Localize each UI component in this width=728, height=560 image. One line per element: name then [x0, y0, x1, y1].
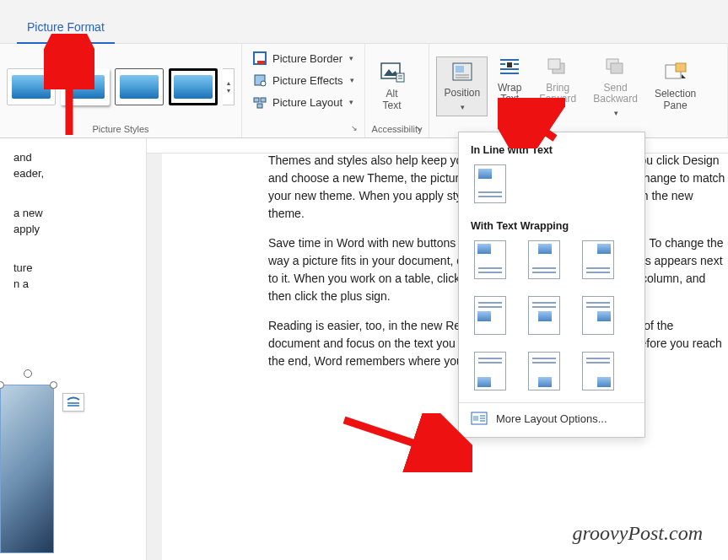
- layout-options-icon: [66, 396, 81, 408]
- svg-rect-23: [548, 59, 560, 69]
- alt-text-icon: [380, 62, 405, 83]
- position-option-bottom-left[interactable]: [474, 352, 506, 390]
- layout-options-badge[interactable]: [62, 393, 84, 412]
- svg-rect-27: [676, 63, 686, 72]
- rotation-handle[interactable]: [24, 369, 32, 378]
- svg-rect-13: [456, 66, 464, 73]
- position-option-top-right[interactable]: [582, 240, 614, 279]
- ribbon-group-picture-effects: Picture Border▾ Picture Effects▾ Picture…: [242, 44, 365, 137]
- paint-border-icon: [252, 51, 267, 66]
- position-option-bottom-right[interactable]: [582, 352, 614, 390]
- svg-rect-32: [473, 416, 478, 421]
- more-layout-options[interactable]: More Layout Options...: [459, 402, 644, 433]
- chevron-down-icon: ▾: [350, 76, 354, 84]
- send-backward-icon: [603, 56, 628, 78]
- position-icon: [450, 61, 475, 83]
- bring-forward-button[interactable]: Bring Forward ▾: [531, 51, 584, 122]
- tab-picture-format[interactable]: Picture Format: [17, 13, 115, 44]
- position-dropdown: In Line with Text With Text Wrapping Mor…: [458, 132, 645, 438]
- svg-rect-1: [257, 61, 265, 64]
- selection-pane-button[interactable]: Selection Pane: [647, 57, 704, 116]
- svg-rect-19: [507, 62, 512, 67]
- position-option-middle-left[interactable]: [474, 296, 506, 335]
- wrap-text-icon: [497, 56, 522, 78]
- picture-effects-button[interactable]: Picture Effects▾: [249, 71, 358, 89]
- position-option-middle-right[interactable]: [582, 296, 614, 335]
- picture-style-gallery-expand[interactable]: ▴▾: [223, 68, 235, 105]
- ribbon-group-arrange: Position ▾ Wrap Text ▾ Bring Forward ▾ S…: [429, 44, 728, 137]
- chevron-down-icon: ▾: [509, 109, 513, 117]
- bring-forward-icon: [545, 56, 570, 78]
- alt-text-button[interactable]: Alt Text: [372, 57, 413, 116]
- ribbon: ▴▾ Picture Styles Picture Border▾ Pictur…: [0, 44, 728, 138]
- chevron-down-icon: ▾: [614, 109, 618, 117]
- svg-rect-6: [257, 104, 262, 108]
- chevron-down-icon: ▾: [557, 109, 561, 117]
- chevron-down-icon: ▾: [349, 98, 353, 106]
- position-option-inline[interactable]: [474, 164, 506, 203]
- position-option-top-center[interactable]: [528, 240, 560, 279]
- picture-style-thumb[interactable]: [115, 68, 164, 105]
- watermark: groovyPost.com: [573, 522, 703, 545]
- selection-pane-icon: [663, 62, 688, 83]
- selected-picture[interactable]: [0, 385, 54, 553]
- picture-border-button[interactable]: Picture Border▾: [249, 49, 357, 67]
- picture-style-thumb[interactable]: [169, 68, 218, 105]
- svg-marker-8: [384, 69, 397, 76]
- layout-icon: [252, 94, 267, 110]
- picture-style-thumb[interactable]: [7, 68, 56, 105]
- position-option-bottom-center[interactable]: [528, 352, 560, 390]
- svg-rect-9: [396, 73, 404, 82]
- svg-rect-5: [261, 98, 266, 102]
- dialog-launcher-icon[interactable]: ↘: [415, 124, 425, 134]
- chevron-down-icon: ▾: [461, 103, 465, 111]
- ribbon-tab-bar: Picture Format: [0, 0, 728, 44]
- ribbon-group-picture-styles: ▴▾ Picture Styles: [0, 44, 242, 137]
- chevron-down-icon: ▾: [349, 54, 353, 62]
- svg-marker-28: [682, 74, 686, 78]
- svg-rect-25: [611, 63, 623, 73]
- effects-icon: [252, 73, 267, 88]
- svg-point-3: [261, 81, 266, 86]
- ribbon-group-label: Picture Styles: [7, 124, 235, 136]
- picture-layout-button[interactable]: Picture Layout▾: [249, 93, 357, 111]
- dropdown-section-wrap: With Text Wrapping: [459, 215, 644, 239]
- picture-style-thumb[interactable]: [61, 68, 110, 105]
- more-layout-icon: [471, 412, 488, 425]
- ribbon-group-accessibility: Alt Text Accessibility ↘: [365, 44, 430, 137]
- wrap-text-button[interactable]: Wrap Text ▾: [489, 51, 530, 122]
- dropdown-section-inline: In Line with Text: [459, 139, 644, 163]
- svg-rect-4: [254, 98, 259, 102]
- position-option-top-left[interactable]: [474, 240, 506, 279]
- send-backward-button[interactable]: Send Backward ▾: [585, 51, 645, 122]
- dialog-launcher-icon[interactable]: ↘: [351, 124, 361, 134]
- position-button[interactable]: Position ▾: [436, 57, 488, 116]
- position-option-middle-center[interactable]: [528, 296, 560, 335]
